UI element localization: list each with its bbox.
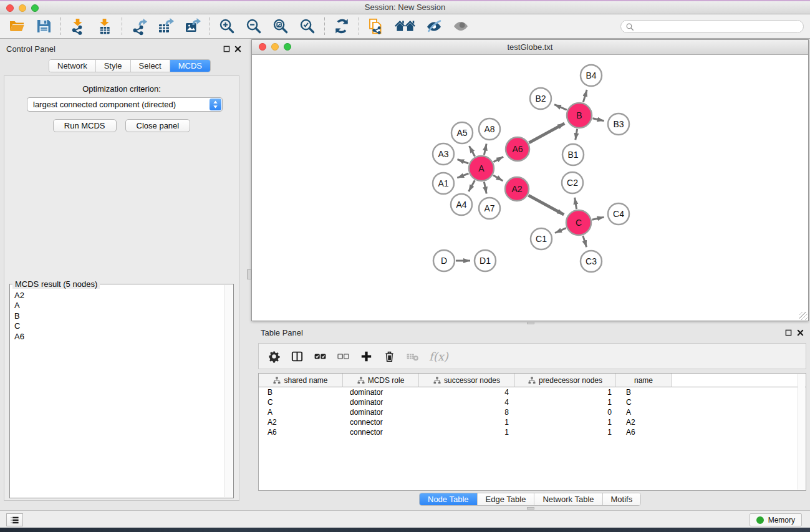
search-input[interactable]	[637, 22, 799, 31]
zoom-out-icon[interactable]	[246, 18, 262, 34]
column-header-name[interactable]: name	[616, 374, 672, 387]
import-table-icon[interactable]	[97, 18, 113, 34]
graph-node-D1[interactable]: D1	[475, 250, 496, 271]
gear-icon[interactable]	[268, 350, 281, 363]
mcds-result-list[interactable]: A2ABCA6	[11, 286, 223, 496]
task-history-button[interactable]	[6, 513, 23, 526]
memory-button[interactable]: Memory	[750, 513, 802, 526]
graph-node-A1[interactable]: A1	[433, 173, 454, 194]
split-columns-icon[interactable]	[291, 350, 304, 363]
graph-edge-A-A3[interactable]	[458, 160, 469, 164]
close-panel-icon[interactable]	[234, 46, 241, 52]
column-header-shared-name[interactable]: shared name	[259, 374, 343, 387]
graph-node-C2[interactable]: C2	[562, 172, 583, 193]
open-folder-icon[interactable]	[9, 18, 25, 34]
graph-node-B2[interactable]: B2	[530, 88, 551, 109]
graph-node-B[interactable]: B	[567, 103, 592, 128]
table-row-B[interactable]: Bdominator41B	[259, 387, 806, 397]
graph-edge-C-C4[interactable]	[592, 217, 604, 220]
graph-node-C[interactable]: C	[566, 210, 591, 235]
tab-mcds[interactable]: MCDS	[170, 60, 210, 72]
graph-node-A5[interactable]: A5	[451, 122, 473, 143]
graph-edge-B-B2[interactable]	[554, 105, 567, 110]
network-minimize-button[interactable]	[271, 43, 279, 51]
graph-edge-A-A4[interactable]	[469, 180, 475, 191]
network-close-button[interactable]	[259, 43, 266, 51]
run-mcds-button[interactable]: Run MCDS	[53, 119, 117, 132]
graph-edge-A-A5[interactable]	[470, 146, 475, 157]
close-table-panel-icon[interactable]	[797, 329, 804, 336]
tab-select[interactable]: Select	[131, 60, 170, 72]
graph-node-A7[interactable]: A7	[479, 198, 500, 219]
graph-edge-A2-C[interactable]	[528, 195, 564, 215]
table-row-A2[interactable]: A2connector11A2	[259, 417, 806, 427]
column-header-MCDS-role[interactable]: MCDS role	[343, 374, 419, 387]
delete-row-icon[interactable]	[383, 350, 396, 363]
column-header-predecessor-nodes[interactable]: predecessor nodes	[515, 374, 616, 387]
graph-edge-C-C2[interactable]	[575, 198, 577, 210]
graph-node-C1[interactable]: C1	[531, 228, 552, 249]
mcds-result-item[interactable]: B	[14, 311, 223, 321]
graph-node-A4[interactable]: A4	[451, 194, 472, 215]
graph-node-A6[interactable]: A6	[506, 137, 529, 161]
save-icon[interactable]	[36, 18, 52, 34]
graph-edge-C-C1[interactable]	[555, 228, 566, 233]
result-scrollbar[interactable]	[224, 285, 233, 497]
splitter-handle-left[interactable]	[247, 269, 251, 279]
zoom-selected-icon[interactable]	[299, 18, 316, 34]
graph-node-B3[interactable]: B3	[608, 114, 629, 135]
graph-node-C3[interactable]: C3	[581, 251, 602, 272]
mcds-result-item[interactable]: A	[14, 301, 223, 311]
graph-node-A[interactable]: A	[469, 156, 494, 181]
copy-network-icon[interactable]	[368, 18, 384, 34]
export-network-icon[interactable]	[131, 18, 147, 34]
mcds-result-item[interactable]: A2	[14, 291, 223, 301]
export-image-icon[interactable]	[185, 18, 201, 34]
graph-edge-A-A8[interactable]	[484, 144, 486, 155]
unchecked-columns-icon[interactable]	[337, 350, 350, 363]
float-table-panel-icon[interactable]	[785, 329, 792, 336]
tab-edge-table[interactable]: Edge Table	[478, 493, 535, 505]
graph-node-A3[interactable]: A3	[433, 143, 454, 165]
checked-columns-icon[interactable]	[314, 350, 327, 363]
import-network-icon[interactable]	[70, 18, 86, 34]
criterion-dropdown[interactable]: largest connected component (directed)	[27, 97, 223, 112]
tab-network[interactable]: Network	[49, 60, 96, 72]
add-row-icon[interactable]	[360, 350, 373, 363]
graph-edge-B-B3[interactable]	[593, 118, 604, 121]
graph-edge-A-A1[interactable]	[457, 173, 468, 178]
graph-edge-B-B1[interactable]	[576, 129, 577, 140]
minimize-window-button[interactable]	[19, 4, 26, 12]
graph-edge-A-A7[interactable]	[484, 182, 486, 194]
splitter-handle-horizontal[interactable]	[527, 322, 534, 324]
close-panel-button[interactable]: Close panel	[125, 119, 191, 132]
export-table-icon[interactable]	[158, 18, 174, 34]
graph-node-A2[interactable]: A2	[505, 177, 529, 201]
delete-table-icon[interactable]	[406, 350, 419, 363]
network-canvas[interactable]: B4B2BB3A5A8A6A3B1AA1C2A2A4A7C4CC1C3DD1	[252, 56, 808, 321]
float-panel-icon[interactable]	[223, 46, 230, 52]
graph-edge-A-A6[interactable]	[493, 157, 503, 162]
graph-node-D[interactable]: D	[433, 250, 455, 271]
splitter-handle-bottom[interactable]	[527, 507, 534, 510]
graph-node-B4[interactable]: B4	[581, 65, 602, 86]
close-window-button[interactable]	[6, 4, 14, 12]
search-box[interactable]	[620, 20, 804, 33]
graph-edge-A-A2[interactable]	[493, 175, 503, 181]
graph-node-A8[interactable]: A8	[479, 118, 500, 140]
tab-motifs[interactable]: Motifs	[603, 493, 641, 505]
column-header-successor-nodes[interactable]: successor nodes	[419, 374, 515, 387]
network-zoom-button[interactable]	[284, 43, 291, 51]
graph-node-C4[interactable]: C4	[608, 203, 629, 225]
graph-node-B1[interactable]: B1	[562, 144, 584, 165]
table-scrollbar[interactable]	[798, 374, 805, 490]
show-eye-icon[interactable]	[453, 18, 469, 34]
table-row-C[interactable]: Cdominator41C	[259, 397, 806, 407]
tab-style[interactable]: Style	[96, 60, 131, 72]
mcds-result-item[interactable]: C	[14, 321, 223, 331]
refresh-icon[interactable]	[334, 18, 350, 34]
tab-network-table[interactable]: Network Table	[534, 493, 602, 505]
mcds-result-item[interactable]: A6	[14, 332, 223, 342]
zoom-in-icon[interactable]	[219, 18, 235, 34]
home-pair-icon[interactable]	[395, 18, 415, 34]
